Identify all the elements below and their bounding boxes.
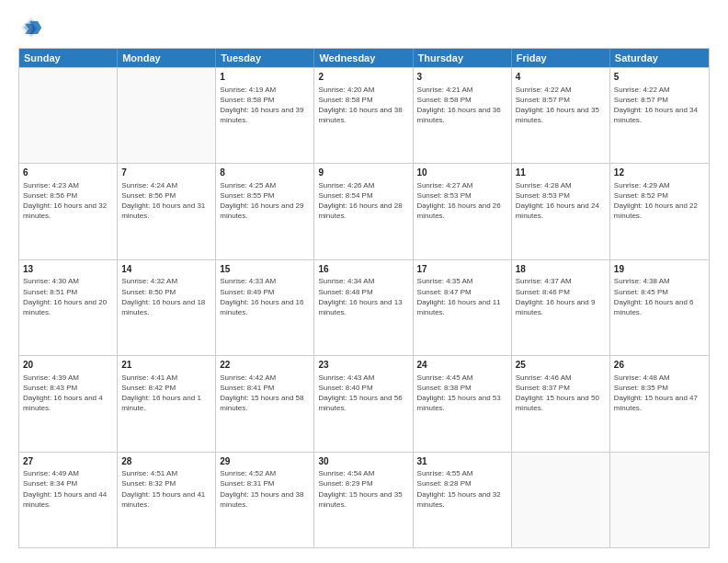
day-info: Sunrise: 4:26 AM Sunset: 8:54 PM Dayligh… [318,180,408,222]
day-info: Sunrise: 4:55 AM Sunset: 8:28 PM Dayligh… [417,468,507,510]
calendar-day-31: 31Sunrise: 4:55 AM Sunset: 8:28 PM Dayli… [414,453,512,547]
calendar-day-8: 8Sunrise: 4:25 AM Sunset: 8:55 PM Daylig… [216,164,314,259]
day-number: 26 [614,359,705,372]
calendar-day-18: 18Sunrise: 4:37 AM Sunset: 8:46 PM Dayli… [512,260,610,355]
calendar-day-10: 10Sunrise: 4:27 AM Sunset: 8:53 PM Dayli… [414,164,512,259]
day-number: 6 [23,167,113,179]
calendar-day-empty [19,68,118,163]
calendar-week-1: 1Sunrise: 4:19 AM Sunset: 8:58 PM Daylig… [19,67,709,163]
day-info: Sunrise: 4:43 AM Sunset: 8:40 PM Dayligh… [318,373,408,414]
day-number: 30 [318,455,408,468]
calendar-day-11: 11Sunrise: 4:28 AM Sunset: 8:53 PM Dayli… [512,164,610,259]
day-info: Sunrise: 4:30 AM Sunset: 8:51 PM Dayligh… [23,276,113,317]
calendar-header: SundayMondayTuesdayWednesdayThursdayFrid… [19,49,709,67]
day-info: Sunrise: 4:39 AM Sunset: 8:43 PM Dayligh… [23,373,113,414]
logo [18,15,46,40]
day-number: 9 [318,167,408,179]
calendar-day-14: 14Sunrise: 4:32 AM Sunset: 8:50 PM Dayli… [118,260,216,355]
day-info: Sunrise: 4:24 AM Sunset: 8:56 PM Dayligh… [121,180,211,222]
day-number: 12 [614,167,705,179]
calendar-day-9: 9Sunrise: 4:26 AM Sunset: 8:54 PM Daylig… [314,164,413,259]
day-info: Sunrise: 4:22 AM Sunset: 8:57 PM Dayligh… [516,85,606,126]
calendar-day-7: 7Sunrise: 4:24 AM Sunset: 8:56 PM Daylig… [118,164,216,259]
day-info: Sunrise: 4:51 AM Sunset: 8:32 PM Dayligh… [121,468,211,510]
day-info: Sunrise: 4:37 AM Sunset: 8:46 PM Dayligh… [516,276,606,317]
day-info: Sunrise: 4:28 AM Sunset: 8:53 PM Dayligh… [516,180,606,222]
day-number: 2 [318,71,408,84]
calendar: SundayMondayTuesdayWednesdayThursdayFrid… [18,48,710,548]
day-number: 5 [614,71,705,84]
day-number: 20 [23,359,113,372]
calendar-day-5: 5Sunrise: 4:22 AM Sunset: 8:57 PM Daylig… [610,68,709,163]
day-number: 23 [318,359,408,372]
day-number: 19 [614,263,705,276]
calendar-day-4: 4Sunrise: 4:22 AM Sunset: 8:57 PM Daylig… [512,68,610,163]
day-number: 29 [220,455,310,468]
day-info: Sunrise: 4:25 AM Sunset: 8:55 PM Dayligh… [220,180,310,222]
calendar-day-23: 23Sunrise: 4:43 AM Sunset: 8:40 PM Dayli… [314,356,413,451]
calendar-day-29: 29Sunrise: 4:52 AM Sunset: 8:31 PM Dayli… [216,453,314,547]
calendar-body: 1Sunrise: 4:19 AM Sunset: 8:58 PM Daylig… [19,67,709,547]
day-info: Sunrise: 4:19 AM Sunset: 8:58 PM Dayligh… [220,85,310,126]
calendar-day-30: 30Sunrise: 4:54 AM Sunset: 8:29 PM Dayli… [314,453,413,547]
calendar-day-21: 21Sunrise: 4:41 AM Sunset: 8:42 PM Dayli… [118,356,216,451]
day-number: 22 [220,359,310,372]
calendar-day-6: 6Sunrise: 4:23 AM Sunset: 8:56 PM Daylig… [19,164,118,259]
day-info: Sunrise: 4:22 AM Sunset: 8:57 PM Dayligh… [614,85,705,126]
day-info: Sunrise: 4:48 AM Sunset: 8:35 PM Dayligh… [614,373,705,414]
day-info: Sunrise: 4:34 AM Sunset: 8:48 PM Dayligh… [318,276,408,317]
day-info: Sunrise: 4:32 AM Sunset: 8:50 PM Dayligh… [121,276,211,317]
day-info: Sunrise: 4:23 AM Sunset: 8:56 PM Dayligh… [23,180,113,222]
day-number: 4 [516,71,606,84]
day-number: 21 [121,359,211,372]
header [18,15,710,40]
calendar-day-3: 3Sunrise: 4:21 AM Sunset: 8:58 PM Daylig… [414,68,512,163]
day-info: Sunrise: 4:41 AM Sunset: 8:42 PM Dayligh… [121,373,211,414]
calendar-day-empty [118,68,216,163]
day-number: 27 [23,455,113,468]
day-info: Sunrise: 4:21 AM Sunset: 8:58 PM Dayligh… [417,85,507,126]
calendar-day-24: 24Sunrise: 4:45 AM Sunset: 8:38 PM Dayli… [414,356,512,451]
day-info: Sunrise: 4:27 AM Sunset: 8:53 PM Dayligh… [417,180,507,222]
calendar-week-3: 13Sunrise: 4:30 AM Sunset: 8:51 PM Dayli… [19,259,709,355]
day-number: 14 [121,263,211,276]
calendar-day-15: 15Sunrise: 4:33 AM Sunset: 8:49 PM Dayli… [216,260,314,355]
day-info: Sunrise: 4:29 AM Sunset: 8:52 PM Dayligh… [614,180,705,222]
page: SundayMondayTuesdayWednesdayThursdayFrid… [0,0,728,563]
calendar-day-2: 2Sunrise: 4:20 AM Sunset: 8:58 PM Daylig… [314,68,413,163]
calendar-day-19: 19Sunrise: 4:38 AM Sunset: 8:45 PM Dayli… [610,260,709,355]
day-info: Sunrise: 4:38 AM Sunset: 8:45 PM Dayligh… [614,276,705,317]
calendar-week-4: 20Sunrise: 4:39 AM Sunset: 8:43 PM Dayli… [19,355,709,451]
day-info: Sunrise: 4:42 AM Sunset: 8:41 PM Dayligh… [220,373,310,414]
day-number: 28 [121,455,211,468]
day-info: Sunrise: 4:45 AM Sunset: 8:38 PM Dayligh… [417,373,507,414]
day-number: 7 [121,167,211,179]
day-number: 15 [220,263,310,276]
day-number: 31 [417,455,507,468]
day-info: Sunrise: 4:49 AM Sunset: 8:34 PM Dayligh… [23,468,113,510]
day-info: Sunrise: 4:54 AM Sunset: 8:29 PM Dayligh… [318,468,408,510]
weekday-header-sunday: Sunday [19,49,118,67]
weekday-header-tuesday: Tuesday [216,49,314,67]
calendar-day-27: 27Sunrise: 4:49 AM Sunset: 8:34 PM Dayli… [19,453,118,547]
day-number: 18 [516,263,606,276]
day-number: 3 [417,71,507,84]
day-info: Sunrise: 4:46 AM Sunset: 8:37 PM Dayligh… [516,373,606,414]
day-number: 16 [318,263,408,276]
day-number: 1 [220,71,310,84]
calendar-day-17: 17Sunrise: 4:35 AM Sunset: 8:47 PM Dayli… [414,260,512,355]
day-number: 8 [220,167,310,179]
day-info: Sunrise: 4:35 AM Sunset: 8:47 PM Dayligh… [417,276,507,317]
calendar-day-13: 13Sunrise: 4:30 AM Sunset: 8:51 PM Dayli… [19,260,118,355]
day-info: Sunrise: 4:20 AM Sunset: 8:58 PM Dayligh… [318,85,408,126]
day-number: 24 [417,359,507,372]
calendar-week-5: 27Sunrise: 4:49 AM Sunset: 8:34 PM Dayli… [19,452,709,547]
day-number: 17 [417,263,507,276]
logo-icon [18,15,44,40]
calendar-week-2: 6Sunrise: 4:23 AM Sunset: 8:56 PM Daylig… [19,163,709,259]
day-info: Sunrise: 4:33 AM Sunset: 8:49 PM Dayligh… [220,276,310,317]
weekday-header-saturday: Saturday [610,49,709,67]
weekday-header-friday: Friday [512,49,610,67]
calendar-day-empty [610,453,709,547]
day-number: 10 [417,167,507,179]
